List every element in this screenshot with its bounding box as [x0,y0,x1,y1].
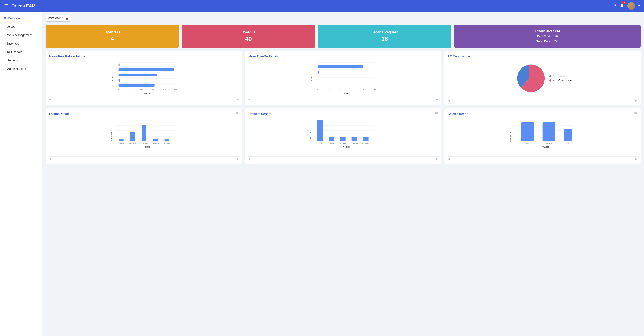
kpi-cards-row: Open WO 4 Overdue 40 Service Request 16 … [46,24,640,48]
sidebar-item-inventory[interactable]: › Inventory [0,39,42,48]
scroll-left-icon[interactable]: ◀ [448,99,450,102]
sidebar-item-kpi-report[interactable]: › KPI Report [0,48,42,56]
chart-menu-icon[interactable]: ☰ [634,54,637,58]
svg-text:FC-476226: FC-476226 [164,143,170,144]
chart-menu-icon[interactable]: ☰ [435,112,438,116]
scroll-right-icon[interactable]: ▶ [237,158,238,161]
svg-rect-41 [119,139,124,141]
svg-rect-24 [318,65,364,68]
chevron-icon: › [4,34,4,36]
sidebar-item-dashboard[interactable]: ⊞ Dashboard [0,14,42,22]
dashboard-icon: ⊞ [4,16,6,20]
kpi-cost-details: Labour Cost : 214 Part Cost : 576 Total … [535,29,560,44]
pie-chart [514,63,545,94]
kpi-card-service-request[interactable]: Service Request 16 [318,24,451,48]
date-input[interactable]: 05/09/2024 ▦ [46,15,71,21]
date-filter-row: 05/09/2024 ▦ [46,15,640,21]
chart-mttr: Mean Time To Repair ☰ Asset [245,51,441,105]
chart-scrollbar[interactable]: ◀ ▶ [448,156,637,161]
sidebar-item-asset[interactable]: › Asset [0,22,42,31]
chart-menu-icon[interactable]: ☰ [634,112,637,116]
chart-scrollbar[interactable]: ◀ ▶ [248,97,438,101]
chart-pm-compliance: PM Complaince ☰ [444,51,640,105]
chevron-icon: › [4,42,4,45]
kpi-title: Open WO [104,30,120,34]
svg-text:6: 6 [352,89,353,91]
non-compliance-label: Non-Complaince [553,79,572,82]
sidebar-item-label: Work Management [7,33,32,37]
calendar-icon: ▦ [66,17,68,20]
chart-causes-report: Causes Report ☰ No of Records [444,108,640,164]
kpi-card-overdue[interactable]: Overdue 40 [182,24,315,48]
svg-rect-42 [130,132,135,141]
svg-text:PF-892152: PF-892152 [340,143,346,144]
avatar-chevron[interactable]: ▾ [638,4,640,7]
chart-title: Mean Time Before Failure [49,55,85,58]
scroll-left-icon[interactable]: ◀ [448,158,450,161]
chevron-icon: › [4,25,4,28]
sidebar-item-administration[interactable]: › Administration [0,65,42,73]
notification-count: 10 [622,1,626,4]
menu-icon[interactable]: ☰ [4,3,8,8]
avatar[interactable] [628,2,635,10]
chart-title: Failure Report [49,112,69,116]
svg-rect-8 [118,74,157,76]
scroll-right-icon[interactable]: ▶ [436,98,438,101]
chart-header: Mean Time Before Failure ☰ [49,54,238,58]
scroll-left-icon[interactable]: ◀ [248,98,250,101]
help-icon[interactable]: ? [614,4,616,8]
svg-text:No of Records: No of Records [310,132,312,143]
scroll-right-icon[interactable]: ▶ [635,158,637,161]
sidebar-item-work-management[interactable]: › Work Management [0,31,42,39]
scroll-left-icon[interactable]: ◀ [49,158,51,161]
chart-scrollbar[interactable]: ◀ ▶ [49,97,238,101]
chart-header: PM Complaince ☰ [448,54,637,58]
chart-menu-icon[interactable]: ☰ [435,54,438,58]
sidebar-item-label: Inventory [7,42,20,45]
svg-rect-62 [352,137,357,141]
chevron-icon: › [4,67,4,70]
svg-text:4: 4 [340,89,341,91]
scroll-left-icon[interactable]: ◀ [49,98,51,101]
kpi-card-costs[interactable]: Labour Cost : 214 Part Cost : 576 Total … [454,24,640,48]
problem-report-chart: No of Records [248,118,438,155]
chart-scrollbar[interactable]: ◀ ▶ [248,156,438,161]
sidebar-item-label: Administration [7,67,26,71]
chart-header: Causes Report ☰ [448,112,637,116]
chart-menu-icon[interactable]: ☰ [236,54,238,58]
svg-rect-63 [363,137,368,141]
pm-compliance-content: Complaince Non-Complaince [448,60,637,96]
svg-text:CS1: CS1 [526,142,530,144]
svg-rect-10 [118,84,154,87]
svg-text:FC-228422: FC-228422 [152,143,159,144]
scroll-right-icon[interactable]: ▶ [237,98,238,101]
svg-rect-59 [317,120,323,141]
non-compliance-dot [549,79,552,82]
sidebar-item-settings[interactable]: › Settings [0,56,42,65]
svg-rect-61 [340,137,346,141]
chart-menu-icon[interactable]: ☰ [236,112,238,116]
chevron-icon: › [4,50,4,53]
svg-text:500: 500 [174,89,177,91]
chart-scrollbar[interactable]: ◀ ▶ [448,98,637,102]
scroll-right-icon[interactable]: ▶ [436,158,438,161]
svg-text:PF-927393: PF-927393 [317,143,324,144]
svg-text:Failure: Failure [144,146,150,148]
notification-bell[interactable]: 10 [620,3,624,9]
app-logo: Oriens EAM [12,3,614,8]
svg-rect-26 [318,76,318,80]
svg-text:Hours: Hours [144,92,150,94]
kpi-card-open-wo[interactable]: Open WO 4 [46,24,179,48]
compliance-dot [549,75,552,77]
svg-rect-77 [521,122,534,141]
kpi-value: 40 [245,35,252,42]
scroll-right-icon[interactable]: ▶ [635,99,637,102]
scroll-left-icon[interactable]: ◀ [248,158,250,161]
date-value: 05/09/2024 [48,17,63,20]
mttr-chart: Asset 0 2 4 [248,60,438,95]
chevron-icon: › [4,59,4,62]
chart-scrollbar[interactable]: ◀ ▶ [49,156,238,161]
chart-failure-report: Failure Report ☰ No of Records [46,108,242,164]
charts-row-1: Mean Time Before Failure ☰ Asset [46,51,640,105]
svg-text:FC-477342: FC-477342 [140,143,148,144]
